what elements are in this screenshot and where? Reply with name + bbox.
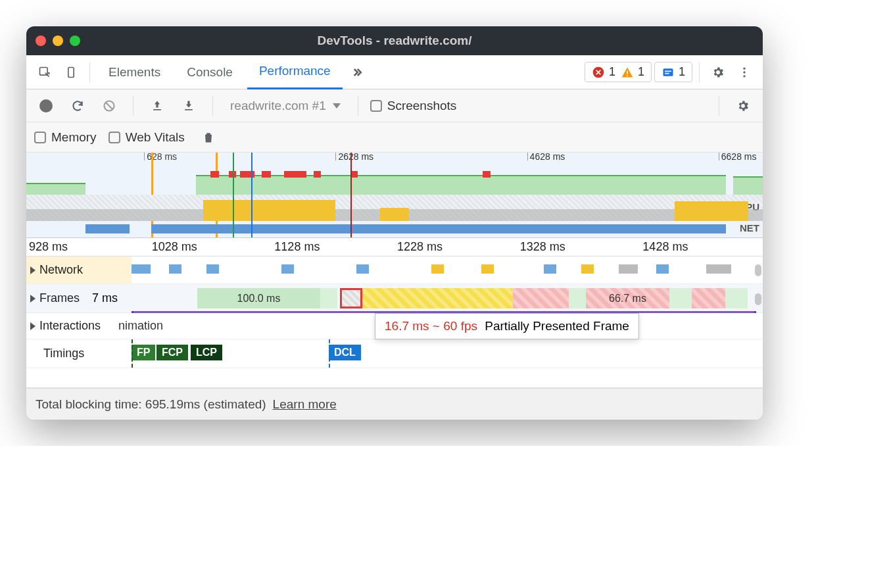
learn-more-link[interactable]: Learn more <box>273 397 337 412</box>
memory-checkbox[interactable]: Memory <box>34 130 97 145</box>
tab-performance[interactable]: Performance <box>247 55 343 89</box>
separator <box>212 96 213 116</box>
overview-ticks: 628 ms 2628 ms 4628 ms 6628 ms <box>26 153 763 164</box>
timing-dcl[interactable]: DCL <box>329 345 361 360</box>
blocking-time-text: Total blocking time: 695.19ms (estimated… <box>36 397 266 412</box>
svg-rect-3 <box>627 70 628 74</box>
svg-rect-6 <box>665 70 671 72</box>
download-profile-icon[interactable] <box>177 94 201 118</box>
ruler-tick: 928 ms <box>26 238 149 256</box>
overview-fps: FPS <box>26 171 763 195</box>
timings-track[interactable]: FP FCP LCP DCL <box>132 339 756 368</box>
overview-cpu: CPU <box>26 195 763 221</box>
selected-frame[interactable] <box>340 288 362 308</box>
marker-line <box>233 153 234 237</box>
svg-rect-4 <box>627 75 628 76</box>
checkbox-icon <box>370 100 382 112</box>
error-count: 1 <box>609 65 615 79</box>
svg-rect-5 <box>663 68 673 76</box>
device-toolbar-icon[interactable] <box>59 61 83 84</box>
titlebar: DevTools - readwrite.com/ <box>26 26 763 55</box>
frame-duration: 100.0 ms <box>237 293 281 305</box>
ruler-tick: 1128 ms <box>272 238 395 256</box>
timing-marker <box>329 339 330 368</box>
checkbox-icon <box>34 132 46 143</box>
svg-rect-12 <box>153 109 161 110</box>
svg-rect-13 <box>185 109 193 110</box>
svg-point-9 <box>743 71 745 73</box>
timing-fp[interactable]: FP <box>132 345 155 360</box>
timing-fcp[interactable]: FCP <box>156 345 188 360</box>
marker-line <box>350 153 352 237</box>
svg-point-8 <box>743 67 745 69</box>
svg-rect-7 <box>665 72 669 74</box>
issues-counter[interactable]: 1 <box>654 62 692 82</box>
checkbox-icon <box>108 132 120 143</box>
ruler-tick: 1228 ms <box>395 238 517 256</box>
clear-button[interactable] <box>97 94 121 118</box>
overview-tick: 6628 ms <box>721 151 757 162</box>
separator <box>133 96 133 116</box>
record-button[interactable] <box>34 94 58 118</box>
row-label: Timings <box>43 347 122 360</box>
disclosure-icon[interactable] <box>30 266 36 274</box>
tooltip-desc: Partially Presented Frame <box>485 319 629 333</box>
frames-row[interactable]: Frames 7 ms 100.0 ms 66.7 ms 16.7 ms ~ 6… <box>26 284 763 313</box>
timing-marker <box>132 339 133 368</box>
ruler-tick: 1028 ms <box>149 238 272 256</box>
frames-track[interactable]: 100.0 ms 66.7 ms <box>197 284 756 312</box>
window-title: DevTools - readwrite.com/ <box>26 34 763 48</box>
spacer-row <box>26 368 763 388</box>
separator <box>699 62 700 82</box>
network-track[interactable] <box>132 257 756 283</box>
frame-duration: 7 ms <box>92 291 118 305</box>
upload-profile-icon[interactable] <box>145 94 169 118</box>
timing-lcp[interactable]: LCP <box>191 345 222 360</box>
scroll-indicator[interactable] <box>755 264 761 276</box>
kebab-menu-icon[interactable] <box>733 61 756 84</box>
flame-ruler: 928 ms 1028 ms 1128 ms 1228 ms 1328 ms 1… <box>26 238 763 257</box>
perf-toolbar-2: Memory Web Vitals <box>26 122 763 153</box>
marker-line <box>251 153 252 237</box>
screenshots-label: Screenshots <box>387 99 457 113</box>
summary-footer: Total blocking time: 695.19ms (estimated… <box>26 388 763 420</box>
tab-console[interactable]: Console <box>175 55 245 89</box>
overview-pane[interactable]: 628 ms 2628 ms 4628 ms 6628 ms FPS CPU <box>26 153 763 238</box>
overview-net: NET <box>26 222 763 235</box>
chevron-down-icon <box>333 103 341 109</box>
inspect-element-icon[interactable] <box>33 61 57 84</box>
separator <box>358 96 358 116</box>
panel-tabs: Elements Console Performance 1 1 1 <box>26 55 763 89</box>
ruler-tick: 1428 ms <box>640 238 763 256</box>
target-select[interactable]: readwrite.com #1 <box>225 99 346 113</box>
garbage-collect-icon[interactable] <box>197 126 220 149</box>
webvitals-checkbox[interactable]: Web Vitals <box>108 130 185 145</box>
devtools-window: DevTools - readwrite.com/ Elements Conso… <box>26 26 763 420</box>
capture-settings-icon[interactable] <box>731 94 755 118</box>
row-label: Frames <box>39 291 92 305</box>
row-label: Interactions <box>39 319 118 333</box>
error-warning-counter[interactable]: 1 1 <box>585 62 652 82</box>
scroll-indicator[interactable] <box>755 293 761 305</box>
overview-tick: 2628 ms <box>338 151 373 162</box>
memory-label: Memory <box>51 130 97 145</box>
disclosure-icon[interactable] <box>30 322 36 330</box>
reload-button[interactable] <box>66 94 89 118</box>
timings-row[interactable]: Timings FP FCP LCP DCL <box>26 339 763 368</box>
interaction-segment-label: nimation <box>118 319 163 333</box>
row-label: Network <box>39 263 118 277</box>
settings-icon[interactable] <box>706 61 730 84</box>
warning-count: 1 <box>638 65 644 79</box>
disclosure-icon[interactable] <box>30 295 36 303</box>
network-row[interactable]: Network <box>26 257 763 284</box>
more-tabs-icon[interactable] <box>345 61 369 84</box>
frame-tooltip: 16.7 ms ~ 60 fps Partially Presented Fra… <box>375 313 639 339</box>
separator <box>719 96 719 116</box>
ruler-tick: 1328 ms <box>517 238 640 256</box>
tab-elements[interactable]: Elements <box>97 55 172 89</box>
svg-point-10 <box>743 75 745 77</box>
issues-count: 1 <box>679 65 685 79</box>
svg-rect-1 <box>68 67 74 77</box>
screenshots-checkbox[interactable]: Screenshots <box>370 99 457 113</box>
overview-tick: 4628 ms <box>530 151 565 162</box>
